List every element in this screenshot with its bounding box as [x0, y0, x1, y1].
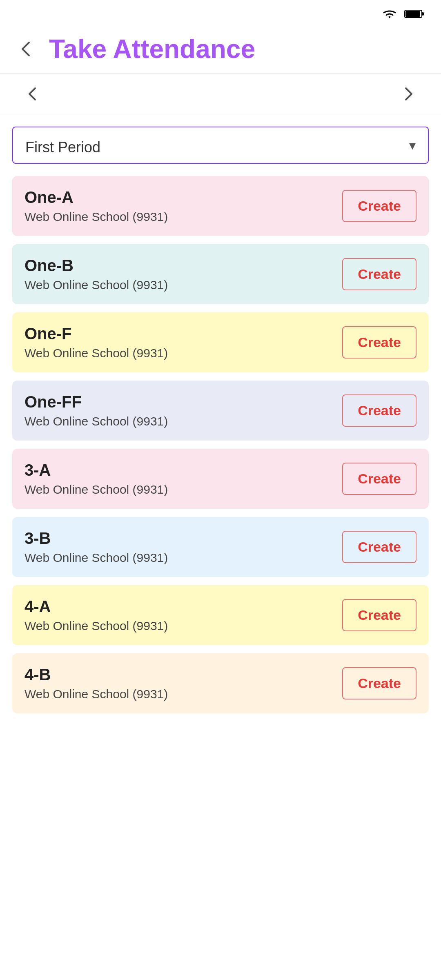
- create-button-one-a[interactable]: Create: [342, 190, 416, 222]
- card-class-name-one-b: One-B: [24, 256, 168, 275]
- class-card-one-ff: One-FFWeb Online School (9931)Create: [12, 381, 429, 441]
- card-school-name-one-f: Web Online School (9931): [24, 346, 168, 360]
- card-school-name-4a: Web Online School (9931): [24, 619, 168, 633]
- card-school-name-one-b: Web Online School (9931): [24, 278, 168, 292]
- title-highlight: Ta: [49, 34, 78, 64]
- prev-date-button[interactable]: [16, 78, 49, 110]
- card-info-one-b: One-BWeb Online School (9931): [24, 256, 168, 292]
- create-button-3b[interactable]: Create: [342, 531, 416, 563]
- card-info-4a: 4-AWeb Online School (9931): [24, 597, 168, 633]
- class-card-4a: 4-AWeb Online School (9931)Create: [12, 585, 429, 645]
- class-card-4b: 4-BWeb Online School (9931)Create: [12, 653, 429, 713]
- card-info-one-a: One-AWeb Online School (9931): [24, 188, 168, 224]
- card-school-name-4b: Web Online School (9931): [24, 687, 168, 701]
- card-info-one-ff: One-FFWeb Online School (9931): [24, 393, 168, 428]
- page-title: Take Attendance: [49, 34, 255, 64]
- card-info-one-f: One-FWeb Online School (9931): [24, 325, 168, 360]
- create-button-one-f[interactable]: Create: [342, 326, 416, 359]
- class-card-one-b: One-BWeb Online School (9931)Create: [12, 244, 429, 304]
- card-info-3b: 3-BWeb Online School (9931): [24, 529, 168, 565]
- card-class-name-4a: 4-A: [24, 597, 168, 616]
- status-bar: [0, 0, 441, 24]
- card-school-name-one-ff: Web Online School (9931): [24, 414, 168, 428]
- back-button[interactable]: [12, 35, 41, 63]
- card-class-name-3a: 3-A: [24, 461, 168, 479]
- wifi-icon: [381, 8, 398, 20]
- next-date-button[interactable]: [392, 78, 425, 110]
- title-rest: ke Attendance: [78, 34, 255, 64]
- card-class-name-one-f: One-F: [24, 325, 168, 343]
- attendance-type-dropdown[interactable]: First Period Second Period Third Period …: [12, 127, 429, 164]
- attendance-type-select[interactable]: First Period Second Period Third Period: [13, 127, 428, 163]
- card-class-name-one-ff: One-FF: [24, 393, 168, 411]
- card-school-name-one-a: Web Online School (9931): [24, 210, 168, 224]
- class-card-one-f: One-FWeb Online School (9931)Create: [12, 312, 429, 372]
- card-class-name-one-a: One-A: [24, 188, 168, 207]
- app-header: Take Attendance: [0, 24, 441, 74]
- status-icons: [381, 8, 425, 20]
- create-button-3a[interactable]: Create: [342, 463, 416, 495]
- create-button-4b[interactable]: Create: [342, 667, 416, 699]
- battery-icon: [404, 9, 425, 19]
- class-cards-container: One-AWeb Online School (9931)CreateOne-B…: [0, 172, 441, 717]
- card-class-name-4b: 4-B: [24, 666, 168, 684]
- svg-rect-2: [405, 11, 420, 17]
- card-class-name-3b: 3-B: [24, 529, 168, 548]
- date-navigation: [0, 74, 441, 114]
- card-school-name-3a: Web Online School (9931): [24, 483, 168, 497]
- card-info-4b: 4-BWeb Online School (9931): [24, 666, 168, 701]
- card-school-name-3b: Web Online School (9931): [24, 551, 168, 565]
- create-button-4a[interactable]: Create: [342, 599, 416, 631]
- class-card-3a: 3-AWeb Online School (9931)Create: [12, 449, 429, 509]
- create-button-one-ff[interactable]: Create: [342, 394, 416, 427]
- svg-rect-1: [422, 12, 424, 16]
- create-button-one-b[interactable]: Create: [342, 258, 416, 290]
- class-card-one-a: One-AWeb Online School (9931)Create: [12, 176, 429, 236]
- class-card-3b: 3-BWeb Online School (9931)Create: [12, 517, 429, 577]
- card-info-3a: 3-AWeb Online School (9931): [24, 461, 168, 497]
